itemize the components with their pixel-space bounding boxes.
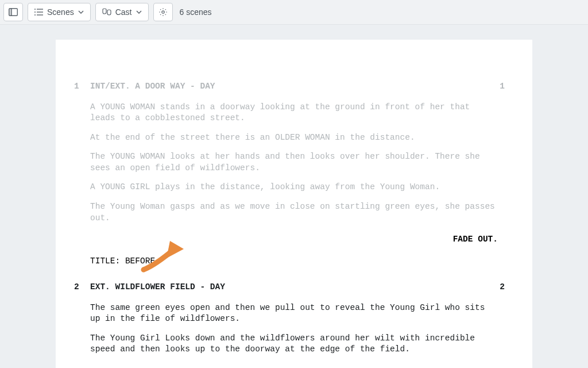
scene-heading[interactable]: EXT. WILDFLOWER FIELD - DAY — [90, 282, 498, 293]
scene-block-2: 2 2 EXT. WILDFLOWER FIELD - DAY The same… — [90, 282, 498, 355]
toolbar: Scenes Cast 6 scenes — [0, 0, 588, 25]
chevron-down-icon — [78, 10, 84, 14]
action-text[interactable]: The same green eyes open and then we pul… — [90, 302, 498, 325]
svg-rect-2 — [9, 9, 11, 16]
action-text[interactable]: The Young Woman gasps and as we move in … — [90, 201, 498, 224]
masks-icon — [102, 8, 111, 16]
action-text[interactable]: The Young Girl Looks down and the wildfl… — [90, 333, 498, 355]
title-card[interactable]: TITLE: BEFORE — [90, 256, 498, 267]
action-text[interactable]: The YOUNG WOMAN looks at her hands and t… — [90, 151, 498, 174]
svg-point-8 — [34, 14, 36, 16]
sidebar-toggle-button[interactable] — [3, 3, 23, 21]
list-icon — [34, 9, 43, 16]
svg-point-9 — [161, 11, 164, 13]
cast-dropdown-label: Cast — [115, 7, 132, 17]
scene-block-1: 1 1 INT/EXT. A DOOR WAY - DAY A YOUNG WO… — [90, 81, 498, 224]
script-page[interactable]: 1 1 INT/EXT. A DOOR WAY - DAY A YOUNG WO… — [56, 40, 532, 368]
svg-point-4 — [34, 9, 36, 10]
scenes-dropdown-label: Scenes — [47, 7, 74, 17]
scene-heading[interactable]: INT/EXT. A DOOR WAY - DAY — [90, 81, 498, 93]
settings-button[interactable] — [153, 3, 173, 21]
gear-icon — [158, 7, 168, 17]
svg-point-6 — [34, 12, 36, 13]
document-canvas: 1 1 INT/EXT. A DOOR WAY - DAY A YOUNG WO… — [0, 25, 588, 368]
scene-number-left: 2 — [74, 282, 79, 293]
scene-number-right: 2 — [500, 282, 505, 293]
cast-dropdown-button[interactable]: Cast — [95, 3, 149, 21]
transition-text[interactable]: FADE OUT. — [90, 234, 498, 246]
scene-number-right: 1 — [500, 81, 505, 93]
action-text[interactable]: At the end of the street there is an OLD… — [90, 132, 498, 144]
scene-count-label: 6 scenes — [180, 7, 212, 17]
action-text[interactable]: A YOUNG WOMAN stands in a doorway lookin… — [90, 102, 498, 124]
action-text[interactable]: A YOUNG GIRL plays in the distance, look… — [90, 182, 498, 193]
sidebar-icon — [9, 8, 18, 16]
scenes-dropdown-button[interactable]: Scenes — [28, 3, 91, 21]
scene-number-left: 1 — [74, 81, 79, 93]
chevron-down-icon — [136, 10, 142, 14]
